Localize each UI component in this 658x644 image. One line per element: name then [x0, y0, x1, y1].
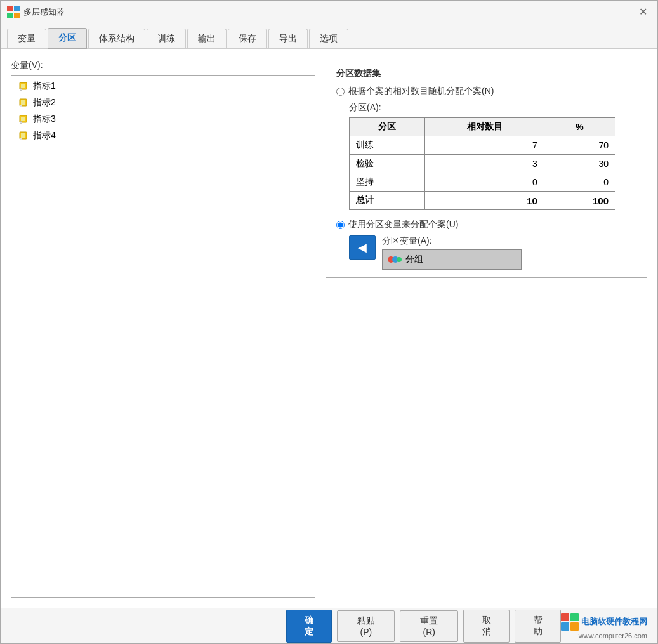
radio2-label[interactable]: 使用分区变量来分配个案(U)	[348, 219, 458, 230]
list-item[interactable]: 指标1	[15, 79, 311, 93]
group-icon	[388, 254, 402, 265]
tab-output[interactable]: 输出	[187, 29, 227, 48]
variables-label: 变量(V):	[11, 60, 315, 71]
pencil-icon	[18, 114, 29, 124]
variable-name: 指标4	[33, 130, 56, 141]
use-var-inner: ◀ 分区变量(A): 分组	[349, 235, 636, 270]
col-header-partition: 分区	[350, 118, 425, 136]
close-button[interactable]: ✕	[635, 4, 651, 19]
tab-architecture[interactable]: 体系结构	[88, 29, 145, 48]
cell-relative[interactable]: 0	[425, 173, 544, 192]
app-icon	[7, 6, 20, 18]
radio1-row: 根据个案的相对数目随机分配个案(N)	[336, 86, 636, 97]
logo-brand-text: 电脑软硬件教程网	[581, 616, 647, 628]
table-row: 坚持 0 0	[350, 173, 615, 192]
cell-name: 坚持	[350, 173, 425, 192]
cell-total-percent: 100	[544, 192, 615, 210]
radio2-input[interactable]	[336, 221, 345, 229]
reset-button[interactable]: 重置(R)	[400, 610, 458, 642]
pencil-icon	[18, 81, 29, 91]
partition-table: 分区 相对数目 % 训练 7 70	[349, 117, 615, 210]
tab-export[interactable]: 导出	[268, 29, 308, 48]
var-field-input[interactable]: 分组	[382, 249, 522, 270]
var-field-section: 分区变量(A): 分组	[382, 235, 522, 270]
footer-logo: 电脑软硬件教程网 www.computer26.com	[561, 613, 647, 640]
pencil-icon	[18, 98, 29, 108]
cell-total-relative: 10	[425, 192, 544, 210]
tab-bar: 变量 分区 体系结构 训练 输出 保存 导出 选项	[1, 23, 657, 49]
paste-button[interactable]: 粘贴(P)	[337, 610, 395, 642]
cell-percent[interactable]: 30	[544, 155, 615, 173]
list-item[interactable]: 指标4	[15, 129, 311, 143]
confirm-button[interactable]: 确定	[286, 610, 332, 643]
window-title: 多层感知器	[23, 6, 65, 18]
partition-dataset-title: 分区数据集	[336, 68, 636, 79]
svg-rect-5	[21, 84, 25, 88]
variable-name: 指标1	[33, 81, 56, 92]
table-row: 训练 7 70	[350, 136, 615, 155]
footer: 确定 粘贴(P) 重置(R) 取消 帮助 电脑软硬件教程网 www.comput…	[1, 608, 657, 643]
arrow-button[interactable]: ◀	[349, 235, 376, 260]
table-row-total: 总计 10 100	[350, 192, 615, 210]
list-item[interactable]: 指标3	[15, 112, 311, 126]
list-item[interactable]: 指标2	[15, 96, 311, 110]
partition-dataset-box: 分区数据集 根据个案的相对数目随机分配个案(N) 分区(A): 分区 相对数目	[326, 60, 647, 278]
svg-point-19	[397, 257, 402, 262]
radio2-row: 使用分区变量来分配个案(U)	[336, 219, 636, 230]
arrow-icon: ◀	[358, 240, 367, 254]
cell-name: 检验	[350, 155, 425, 173]
radio1-label[interactable]: 根据个案的相对数目随机分配个案(N)	[348, 86, 494, 97]
variable-name: 指标2	[33, 97, 56, 108]
cell-total-label: 总计	[350, 192, 425, 210]
cell-percent[interactable]: 70	[544, 136, 615, 155]
cell-relative[interactable]: 3	[425, 155, 544, 173]
svg-rect-3	[14, 13, 20, 18]
title-bar: 多层感知器 ✕	[1, 1, 657, 23]
cell-percent[interactable]: 0	[544, 173, 615, 192]
svg-rect-0	[7, 6, 13, 11]
variable-name: 指标3	[33, 114, 56, 125]
main-window: 多层感知器 ✕ 变量 分区 体系结构 训练 输出 保存 导出 选项 变量(V):	[0, 0, 658, 644]
left-panel: 变量(V): 指标1	[11, 60, 315, 598]
tab-options[interactable]: 选项	[309, 29, 348, 48]
tab-partition[interactable]: 分区	[48, 28, 87, 49]
svg-rect-2	[7, 13, 13, 18]
svg-rect-12	[21, 117, 25, 121]
partition-table-section: 分区(A): 分区 相对数目 % 训练 7	[349, 102, 636, 210]
cell-relative[interactable]: 7	[425, 136, 544, 155]
footer-buttons: 确定 粘贴(P) 重置(R) 取消 帮助	[286, 610, 562, 643]
svg-rect-1	[14, 6, 20, 11]
table-row: 检验 3 30	[350, 155, 615, 173]
radio2-section: 使用分区变量来分配个案(U) ◀ 分区变量(A):	[336, 219, 636, 270]
group-field-value: 分组	[405, 254, 423, 265]
logo-brand: 电脑软硬件教程网	[561, 613, 647, 631]
radio1-input[interactable]	[336, 88, 345, 96]
col-header-relative: 相对数目	[425, 118, 544, 136]
windows-logo-icon	[561, 613, 579, 631]
tab-train[interactable]: 训练	[147, 29, 186, 48]
tab-variables[interactable]: 变量	[7, 29, 46, 48]
cancel-button[interactable]: 取消	[463, 610, 510, 643]
help-button[interactable]: 帮助	[515, 610, 561, 643]
svg-rect-9	[21, 100, 25, 105]
tab-save[interactable]: 保存	[228, 29, 267, 48]
cell-name: 训练	[350, 136, 425, 155]
svg-rect-15	[21, 133, 25, 138]
logo-url-text: www.computer26.com	[579, 632, 647, 640]
variable-list: 指标1 指标2 指标3	[11, 75, 315, 598]
col-header-percent: %	[544, 118, 615, 136]
content-area: 变量(V): 指标1	[1, 49, 657, 608]
pencil-icon	[18, 131, 29, 141]
right-panel: 分区数据集 根据个案的相对数目随机分配个案(N) 分区(A): 分区 相对数目	[326, 60, 647, 598]
table-label: 分区(A):	[349, 102, 636, 114]
var-field-label: 分区变量(A):	[382, 235, 522, 247]
